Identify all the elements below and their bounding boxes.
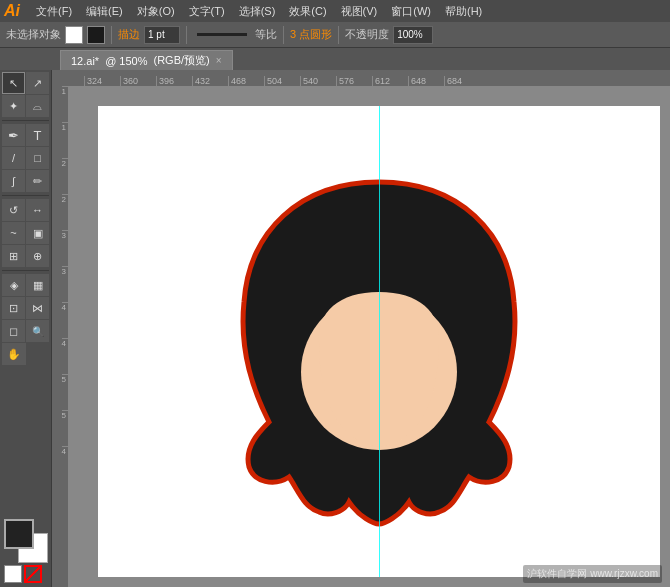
tab-zoom: @ 150% (105, 55, 147, 67)
menu-window[interactable]: 窗口(W) (385, 3, 437, 20)
mesh-tool[interactable]: ⊞ (2, 245, 25, 267)
menu-text[interactable]: 文字(T) (183, 3, 231, 20)
tab-name: 12.ai* (71, 55, 99, 67)
tool-row-6: ↺ ↔ (2, 199, 49, 221)
props-sep-4 (338, 26, 339, 44)
tool-sep-3 (2, 270, 49, 271)
white-swatch[interactable] (4, 565, 22, 583)
stroke-line-preview (197, 33, 247, 36)
tool-row-4: / □ (2, 147, 49, 169)
symbol-tool[interactable]: ◈ (2, 274, 25, 296)
ruler-h-648: 648 (408, 76, 444, 86)
zoom-tool[interactable]: 🔍 (26, 320, 49, 342)
menu-edit[interactable]: 编辑(E) (80, 3, 129, 20)
opacity-label: 不透明度 (345, 27, 389, 42)
ruler-h-540: 540 (300, 76, 336, 86)
fill-swatch-white[interactable] (65, 26, 83, 44)
menu-view[interactable]: 视图(V) (335, 3, 384, 20)
menu-file[interactable]: 文件(F) (30, 3, 78, 20)
chart-tool[interactable]: ▦ (26, 274, 49, 296)
lasso-tool[interactable]: ⌓ (26, 95, 49, 117)
rect-tool[interactable]: □ (26, 147, 49, 169)
toolbar: ↖ ↗ ✦ ⌓ ✒ T / □ ∫ ✏ ↺ ↔ ~ ▣ ⊞ (0, 70, 52, 587)
ruler-h-504: 504 (264, 76, 300, 86)
props-sep-3 (283, 26, 284, 44)
foreground-color-swatch[interactable] (4, 519, 34, 549)
tool-sep-2 (2, 195, 49, 196)
tab-close-button[interactable]: × (216, 55, 222, 66)
none-swatch[interactable] (24, 565, 42, 583)
rotate-tool[interactable]: ↺ (2, 199, 25, 221)
ruler-h-432: 432 (192, 76, 228, 86)
tool-row-5: ∫ ✏ (2, 170, 49, 192)
ruler-h-612: 612 (372, 76, 408, 86)
ruler-h-360: 360 (120, 76, 156, 86)
tool-row-10: ⊡ ⋈ (2, 297, 49, 319)
canvas-white (98, 106, 660, 577)
fill-swatch-dark[interactable] (87, 26, 105, 44)
menu-object[interactable]: 对象(O) (131, 3, 181, 20)
color-stack (4, 519, 48, 563)
artboard-tool[interactable]: ⊡ (2, 297, 25, 319)
ruler-h-468: 468 (228, 76, 264, 86)
tool-row-11: ◻ 🔍 (2, 320, 49, 342)
opacity-input[interactable] (393, 26, 433, 44)
warp-tool[interactable]: ~ (2, 222, 25, 244)
watermark: 沪软件自学网 www.rjzxw.com (523, 565, 662, 583)
props-sep-1 (111, 26, 112, 44)
tab-bar: 12.ai* @ 150% (RGB/预览) × (0, 48, 670, 70)
tab-mode: (RGB/预览) (154, 53, 210, 68)
active-tab[interactable]: 12.ai* @ 150% (RGB/预览) × (60, 50, 233, 70)
tool-row-1: ↖ ↗ (2, 72, 49, 94)
color-area (2, 517, 49, 585)
selection-label: 未选择对象 (6, 27, 61, 42)
text-tool[interactable]: T (26, 124, 49, 146)
scale-tool[interactable]: ↔ (26, 199, 49, 221)
ruler-h-684: 684 (444, 76, 480, 86)
horizontal-ruler: 324 360 396 432 468 504 540 576 612 648 … (52, 70, 670, 86)
stroke-label: 描边 (118, 27, 140, 42)
ruler-h-576: 576 (336, 76, 372, 86)
app-bar: Ai 文件(F) 编辑(E) 对象(O) 文字(T) 选择(S) 效果(C) 视… (0, 0, 670, 22)
gradient-tool[interactable]: ▣ (26, 222, 49, 244)
direct-select-tool[interactable]: ↗ (26, 72, 49, 94)
app-logo: Ai (4, 2, 20, 20)
tool-row-8: ⊞ ⊕ (2, 245, 49, 267)
shape-builder-tool[interactable]: ⊕ (26, 245, 49, 267)
brush-tool[interactable]: ∫ (2, 170, 25, 192)
tool-row-12: ✋ (2, 343, 49, 365)
pen-tool[interactable]: ✒ (2, 124, 25, 146)
ruler-area: 324 360 396 432 468 504 540 576 612 648 … (52, 70, 670, 587)
app-menu: 文件(F) 编辑(E) 对象(O) 文字(T) 选择(S) 效果(C) 视图(V… (30, 3, 488, 20)
props-sep-2 (186, 26, 187, 44)
guide-line (379, 106, 380, 577)
ruler-h-396: 396 (156, 76, 192, 86)
menu-select[interactable]: 选择(S) (233, 3, 282, 20)
tool-row-9: ◈ ▦ (2, 274, 49, 296)
canvas[interactable]: 沪软件自学网 www.rjzxw.com (68, 86, 670, 587)
eraser-tool[interactable]: ◻ (2, 320, 25, 342)
shape-label: 3 点圆形 (290, 27, 332, 42)
slice-tool[interactable]: ⋈ (26, 297, 49, 319)
pencil-tool[interactable]: ✏ (26, 170, 49, 192)
props-bar: 未选择对象 描边 等比 3 点圆形 不透明度 (0, 22, 670, 48)
hand-tool[interactable]: ✋ (2, 343, 26, 365)
menu-help[interactable]: 帮助(H) (439, 3, 488, 20)
selection-tool[interactable]: ↖ (2, 72, 25, 94)
menu-effect[interactable]: 效果(C) (283, 3, 332, 20)
ruler-h-numbers: 324 360 396 432 468 504 540 576 612 648 … (84, 76, 670, 86)
tool-sep-1 (2, 120, 49, 121)
line-tool[interactable]: / (2, 147, 25, 169)
ruler-h-324: 324 (84, 76, 120, 86)
ratio-label: 等比 (255, 27, 277, 42)
magic-wand-tool[interactable]: ✦ (2, 95, 25, 117)
stroke-input[interactable] (144, 26, 180, 44)
vertical-ruler: 1 1 2 2 3 3 4 4 5 5 4 (52, 86, 68, 587)
main-area: ↖ ↗ ✦ ⌓ ✒ T / □ ∫ ✏ ↺ ↔ ~ ▣ ⊞ (0, 70, 670, 587)
tool-row-7: ~ ▣ (2, 222, 49, 244)
canvas-area: 1 1 2 2 3 3 4 4 5 5 4 (52, 86, 670, 587)
tool-row-2: ✦ ⌓ (2, 95, 49, 117)
tool-row-3: ✒ T (2, 124, 49, 146)
